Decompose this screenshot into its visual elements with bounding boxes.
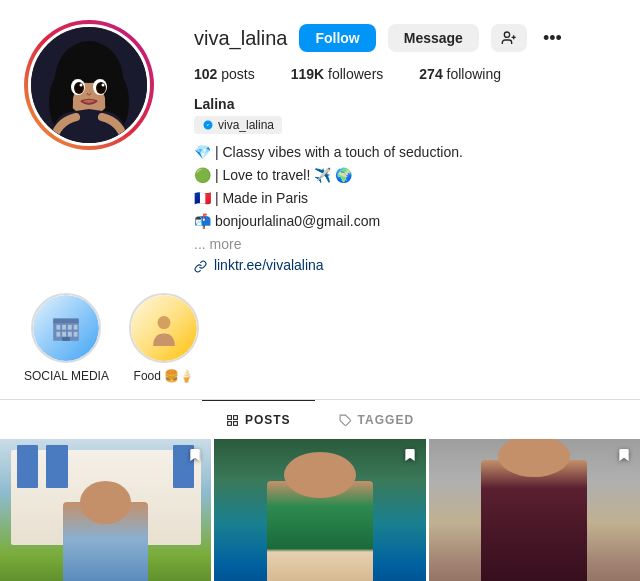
verified-badge: viva_lalina <box>194 116 282 134</box>
stats-row: 102 posts 119K followers 274 following <box>194 66 616 82</box>
display-name: Lalina <box>194 96 616 112</box>
grid-post-2[interactable] <box>214 439 425 581</box>
highlight-ring-1 <box>31 293 101 363</box>
highlights-section: SOCIAL MEDIA Food 🍔🍦 <box>0 273 640 399</box>
food-icon <box>146 310 182 346</box>
profile-header: viva_lalina Follow Message ••• 102 posts… <box>0 0 640 273</box>
followers-stat[interactable]: 119K followers <box>291 66 384 82</box>
person-plus-icon <box>501 30 517 46</box>
svg-rect-23 <box>63 325 67 330</box>
svg-rect-22 <box>57 325 61 330</box>
avatar-image <box>31 27 147 143</box>
bookmark-svg-3 <box>616 447 632 463</box>
highlight-ring-2 <box>129 293 199 363</box>
svg-point-15 <box>80 84 83 87</box>
tab-posts-label: POSTS <box>245 413 291 427</box>
bookmark-svg-2 <box>402 447 418 463</box>
avatar-inner <box>28 24 150 146</box>
posts-stat[interactable]: 102 posts <box>194 66 255 82</box>
bio-more: ... more <box>194 234 616 255</box>
following-stat[interactable]: 274 following <box>419 66 501 82</box>
building-icon <box>50 312 82 344</box>
avatar-container[interactable] <box>24 20 154 150</box>
svg-rect-27 <box>63 332 67 337</box>
svg-rect-29 <box>74 332 78 337</box>
bio-line-1: 💎 | Classy vibes with a touch of seducti… <box>194 142 616 163</box>
bookmark-icon-1 <box>187 447 203 466</box>
tab-tagged-label: TAGGED <box>358 413 414 427</box>
verified-icon <box>202 119 214 131</box>
svg-point-31 <box>157 316 170 329</box>
svg-rect-34 <box>228 421 232 425</box>
follow-button[interactable]: Follow <box>299 24 375 52</box>
svg-rect-33 <box>234 415 238 419</box>
highlight-social-media[interactable]: SOCIAL MEDIA <box>24 293 109 383</box>
svg-rect-28 <box>68 332 72 337</box>
highlight-thumb-social <box>33 295 99 361</box>
bio-line-2: 🟢 | Love to travel! ✈️ 🌍 <box>194 165 616 186</box>
svg-rect-32 <box>228 415 232 419</box>
more-options-button[interactable]: ••• <box>539 26 566 51</box>
verified-handle: viva_lalina <box>218 118 274 132</box>
tab-tagged[interactable]: TAGGED <box>315 400 438 439</box>
grid-post-1[interactable] <box>0 439 211 581</box>
grid-post-3[interactable] <box>429 439 640 581</box>
tag-icon <box>339 414 352 427</box>
svg-rect-24 <box>68 325 72 330</box>
bookmark-icon-3 <box>616 447 632 466</box>
bookmark-icon-2 <box>402 447 418 466</box>
svg-rect-25 <box>74 325 78 330</box>
svg-rect-21 <box>54 318 80 323</box>
bio-line-3: 🇫🇷 | Made in Paris <box>194 188 616 209</box>
svg-point-16 <box>102 84 105 87</box>
svg-rect-30 <box>63 337 71 341</box>
highlight-label-social: SOCIAL MEDIA <box>24 369 109 383</box>
posts-grid <box>0 439 640 581</box>
tab-posts[interactable]: POSTS <box>202 400 315 439</box>
username: viva_lalina <box>194 27 287 50</box>
grid-icon <box>226 414 239 427</box>
more-link[interactable]: ... more <box>194 236 241 252</box>
highlight-label-food: Food 🍔🍦 <box>134 369 195 383</box>
highlight-food[interactable]: Food 🍔🍦 <box>129 293 199 383</box>
add-friend-button[interactable] <box>491 24 527 52</box>
svg-rect-26 <box>57 332 61 337</box>
svg-point-17 <box>504 32 509 37</box>
avatar-ring <box>24 20 154 150</box>
tabs-section: POSTS TAGGED <box>0 399 640 439</box>
message-button[interactable]: Message <box>388 24 479 52</box>
bookmark-svg <box>187 447 203 463</box>
svg-rect-35 <box>234 421 238 425</box>
profile-info: viva_lalina Follow Message ••• 102 posts… <box>194 20 616 273</box>
bio-link-row: linktr.ee/vivalalina <box>194 257 616 273</box>
highlight-thumb-food <box>131 295 197 361</box>
profile-top-row: viva_lalina Follow Message ••• <box>194 24 616 52</box>
profile-link[interactable]: linktr.ee/vivalalina <box>214 257 324 273</box>
link-icon <box>194 260 207 273</box>
bio-line-4: 📬 bonjourlalina0@gmail.com <box>194 211 616 232</box>
